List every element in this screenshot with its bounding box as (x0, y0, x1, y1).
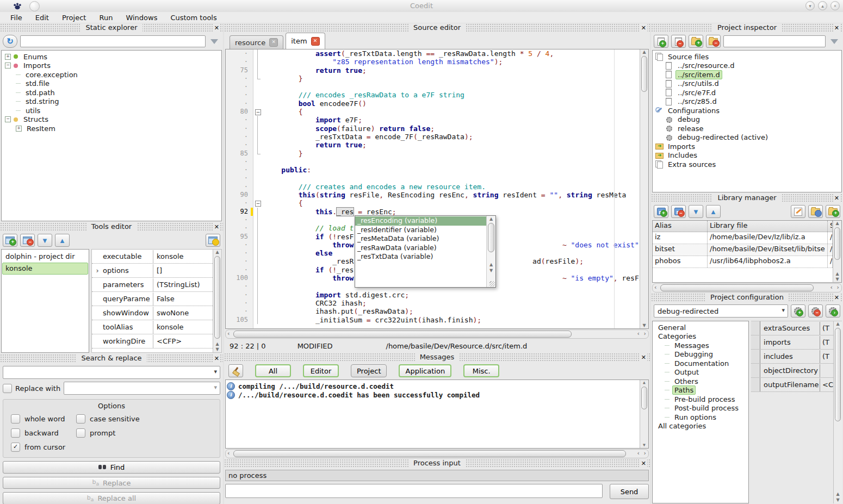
property-row[interactable]: ›options[] (92, 264, 213, 278)
scroll-up-icon[interactable]: ▲ (833, 271, 841, 277)
library-from-project-button[interactable] (808, 205, 823, 218)
clear-messages-button[interactable] (228, 364, 243, 377)
project-tree-item[interactable]: Includes (653, 151, 841, 160)
scroll-up-icon[interactable]: ▲ (640, 380, 648, 385)
execute-tool-button[interactable] (206, 234, 220, 247)
tool-list-item[interactable]: dolphin - project dir (2, 251, 88, 263)
scroll-left-icon[interactable]: ‹ (654, 284, 656, 291)
scroll-down-icon[interactable]: ▼ (833, 277, 841, 282)
close-panel-icon[interactable]: ✕ (833, 294, 840, 302)
menu-windows[interactable]: Windows (120, 13, 163, 23)
category-item[interactable]: Documentation (653, 359, 748, 368)
filter-application[interactable]: Application (399, 364, 451, 377)
code-line[interactable]: _initialSum = crc322uint(ihash.finish); (264, 316, 640, 324)
tree-item[interactable]: std.file (2, 79, 221, 89)
code-line[interactable]: return true; (264, 141, 640, 149)
code-line[interactable]: ihash.put(_resRawData); (264, 307, 640, 315)
scroll-left-icon[interactable]: ‹ (227, 450, 230, 457)
tree-item[interactable]: +ResItem (2, 124, 221, 133)
edit-library-button[interactable] (791, 205, 805, 218)
config-property-row[interactable]: objectDirectory (751, 364, 833, 378)
filter-project[interactable]: Project (351, 364, 387, 377)
scroll-up-icon[interactable]: ▲ (833, 221, 841, 226)
project-tree-item[interactable]: debug (653, 115, 841, 125)
expander-icon[interactable]: + (16, 126, 22, 132)
fold-collapse-icon[interactable] (253, 199, 262, 207)
code-line[interactable]: import e7F; (264, 116, 640, 124)
category-item[interactable]: Output (653, 368, 748, 377)
tree-item[interactable]: −Imports (2, 61, 221, 71)
add-config-button[interactable]: + (791, 304, 805, 318)
library-hscrollbar[interactable]: ‹ ‹ › (652, 283, 842, 293)
category-item[interactable]: Messages (653, 341, 748, 350)
project-tree-item[interactable]: ../src/resource.d (653, 61, 841, 71)
scroll-down-icon[interactable]: ▼ (640, 443, 648, 448)
filter-editor[interactable]: Editor (303, 364, 339, 377)
tool-list-item[interactable]: konsole (2, 263, 88, 275)
category-item[interactable]: Post-build process (653, 404, 748, 413)
close-panel-icon[interactable]: ✕ (640, 24, 647, 33)
remove-file-button[interactable]: − (671, 35, 686, 48)
code-line[interactable]: this(string resFile, ResEncoding resEnc,… (264, 191, 640, 199)
filter-all[interactable]: All (255, 364, 291, 377)
tree-item[interactable]: std.string (2, 97, 221, 107)
menu-project[interactable]: Project (56, 13, 92, 23)
checkbox-whole-word[interactable] (11, 414, 20, 424)
scroll-right-icon[interactable]: › (644, 330, 646, 337)
property-row[interactable]: showWindowswoNone (92, 306, 213, 320)
project-tree-item[interactable]: release (653, 124, 841, 133)
replace-combobox[interactable]: ▾ (64, 382, 220, 395)
move-library-up-button[interactable] (706, 205, 721, 218)
config-property-row[interactable]: imports(T (751, 335, 833, 350)
checkbox-case-sensitive[interactable] (76, 414, 85, 424)
tree-item[interactable]: −Structs (2, 115, 221, 125)
code-editor[interactable]: ··75····80····85····90·92··95····100····… (225, 49, 649, 329)
scroll-down-icon[interactable]: ▼ (640, 323, 648, 328)
checkbox-from-cursor[interactable]: ✓ (11, 443, 20, 452)
code-line[interactable] (264, 174, 640, 182)
scroll-down-icon[interactable]: ▼ (213, 347, 221, 352)
clone-config-button[interactable]: › (826, 304, 840, 318)
close-panel-icon[interactable]: ✕ (640, 353, 647, 362)
close-panel-icon[interactable]: ✕ (833, 194, 840, 203)
category-item[interactable]: Categories (653, 332, 748, 341)
property-row[interactable]: parameters(TStringList) (92, 278, 213, 292)
category-item[interactable]: Others (653, 377, 748, 386)
remove-library-button[interactable]: − (671, 205, 686, 218)
config-property-row[interactable]: includes(T (751, 350, 833, 364)
code-line[interactable]: "z85 representation length mismatches"); (264, 58, 640, 66)
category-item[interactable]: Debugging (653, 350, 748, 359)
editor-hscrollbar[interactable]: ‹ ‹ › (225, 329, 649, 339)
completion-item[interactable]: _resEncoding (variable) (355, 216, 486, 226)
scroll-down-icon[interactable]: ▼ (834, 497, 842, 503)
configuration-selector[interactable]: debug-redirected▾ (654, 304, 788, 318)
scroll-up-icon[interactable]: ▲ (213, 250, 221, 255)
messages-hscrollbar[interactable]: ‹ ‹ › (225, 449, 649, 458)
move-tool-up-button[interactable] (55, 234, 70, 247)
scroll-up-icon[interactable]: ▲ (834, 491, 842, 497)
code-line[interactable]: /// encodes _resRawData to a e7F string (264, 91, 640, 99)
completion-item[interactable]: _resTxtData (variable) (355, 252, 486, 262)
library-row[interactable]: bitset/home/basile/Dev/Bitset/lib/bitse/… (653, 244, 833, 256)
code-line[interactable]: { (264, 199, 640, 207)
menu-run[interactable]: Run (93, 13, 119, 23)
fold-collapse-icon[interactable] (253, 108, 262, 116)
find-button[interactable]: Find (3, 461, 220, 474)
project-tree-item[interactable]: ../src/e7F.d (653, 88, 841, 97)
library-row[interactable]: phobos/usr/lib64/libphobos2.a/us (653, 256, 833, 268)
expander-icon[interactable]: + (5, 54, 11, 60)
code-line[interactable]: scope(failure) return false; (264, 125, 640, 133)
project-tree-item[interactable]: ../src/z85.d (653, 97, 841, 107)
completion-scrollbar[interactable]: ▲ ▲ ▼ (486, 216, 495, 287)
messages-list[interactable]: icompiling /.../build/resource.d.coediti… (225, 379, 649, 449)
inspector-filter-input[interactable] (723, 35, 826, 47)
resize-grip[interactable] (489, 281, 495, 287)
code-line[interactable] (264, 83, 640, 91)
add-library-button[interactable]: + (654, 205, 668, 218)
close-tab-icon[interactable]: ✕ (269, 38, 278, 47)
add-folder-button[interactable]: + (689, 35, 703, 48)
scroll-left-icon[interactable]: ‹ (830, 284, 833, 291)
menu-custom-tools[interactable]: Custom tools (164, 13, 222, 23)
code-line[interactable]: CRC32 ihash; (264, 299, 640, 307)
code-line[interactable]: return true; (264, 66, 640, 74)
